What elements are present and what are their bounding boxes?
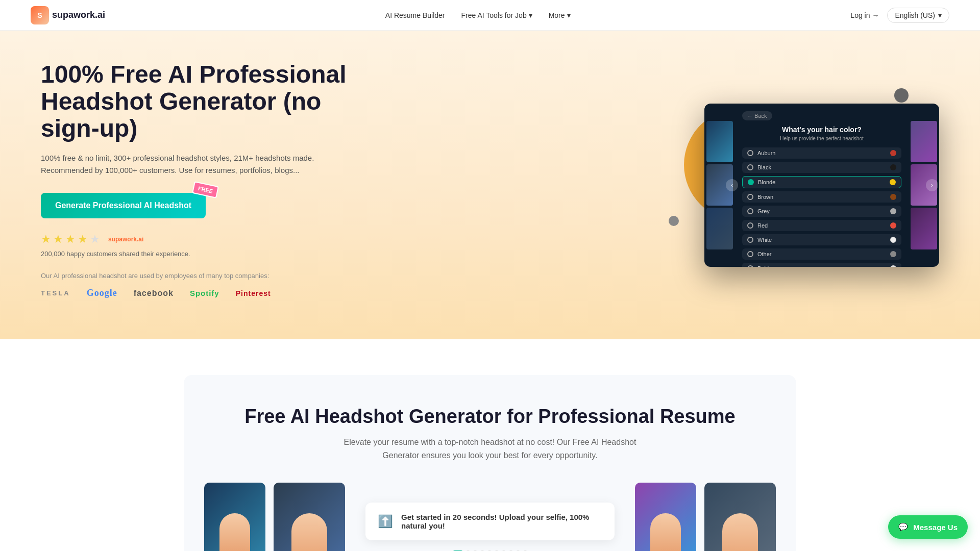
get-started-row: ⬆️ Get started in 20 seconds! Upload you…	[365, 503, 615, 540]
color-auburn	[890, 150, 896, 156]
section2-content: ⬆️ Get started in 20 seconds! Upload you…	[204, 483, 776, 551]
ui-preview-card: ← Back What's your hair color? Help us p…	[704, 104, 939, 267]
headshot-card-1	[204, 483, 265, 551]
chevron-down-icon: ▾	[529, 11, 532, 19]
gray-dot-top	[894, 88, 909, 103]
hair-question: What's your hair color?	[742, 126, 901, 134]
whatsapp-button[interactable]: 💬 Message Us	[888, 515, 968, 539]
thumb-1	[706, 121, 733, 162]
upload-icon: ⬆️	[378, 514, 393, 529]
hero-section: 100% Free AI Professional Headshot Gener…	[0, 31, 980, 339]
hero-left: 100% Free AI Professional Headshot Gener…	[41, 61, 357, 298]
hair-option-red[interactable]: Red	[742, 220, 901, 231]
headshot-card-2	[274, 483, 345, 551]
nav-links: AI Resume Builder Free AI Tools for Job …	[385, 11, 571, 19]
thumb-3	[706, 208, 733, 249]
headshot-gallery-right: FREE	[635, 483, 776, 551]
logo-text: supawork.ai	[52, 10, 105, 20]
generate-headshot-button[interactable]: Generate Professional AI Headshot	[41, 193, 206, 218]
section2-title: Free AI Headshot Generator for Professio…	[204, 406, 776, 428]
google-logo: Google	[87, 288, 117, 298]
nav-ai-resume[interactable]: AI Resume Builder	[385, 11, 445, 19]
star-5: ★	[90, 233, 100, 246]
hair-option-blonde[interactable]: Blonde	[742, 176, 901, 188]
chevron-down-icon-3: ▾	[938, 11, 942, 19]
navbar: S supawork.ai AI Resume Builder Free AI …	[0, 0, 980, 31]
nav-more[interactable]: More ▾	[549, 11, 571, 19]
logo[interactable]: S supawork.ai	[31, 6, 105, 24]
ui-main-content: ← Back What's your hair color? Help us p…	[737, 104, 906, 267]
hair-subtitle: Help us provide the perfect headshot	[742, 136, 901, 141]
gray-dot-bottom	[669, 216, 679, 226]
star-rating: ★ ★ ★ ★ ★ supawork.ai	[41, 233, 357, 246]
facebook-logo: facebook	[134, 289, 174, 298]
star-3: ★	[65, 233, 76, 246]
pinterest-logo: Pinterest	[236, 289, 271, 297]
star-2: ★	[53, 233, 63, 246]
login-button[interactable]: Log in →	[850, 11, 879, 19]
hero-title: 100% Free AI Professional Headshot Gener…	[41, 61, 357, 142]
next-arrow[interactable]: ›	[926, 179, 938, 191]
nav-right: Log in → English (US) ▾	[850, 8, 949, 23]
tesla-logo: TESLA	[41, 289, 70, 297]
logo-icon: S	[31, 6, 49, 24]
supawork-small-logo: supawork.ai	[108, 236, 143, 243]
thumb-r3	[911, 208, 937, 249]
hero-description: 100% free & no limit, 300+ professional …	[41, 152, 357, 177]
whatsapp-icon: 💬	[898, 522, 908, 532]
radio-auburn	[747, 150, 753, 156]
section2: Free AI Headshot Generator for Professio…	[0, 339, 980, 551]
hair-option-bald[interactable]: Bald	[742, 263, 901, 267]
headshot-gallery-left	[204, 483, 345, 551]
nav-free-tools[interactable]: Free AI Tools for Job ▾	[461, 11, 532, 19]
thumb-r1	[911, 121, 937, 162]
section2-center: ⬆️ Get started in 20 seconds! Upload you…	[365, 503, 615, 551]
hair-options: Auburn Black Blonde	[742, 147, 901, 267]
hair-option-brown[interactable]: Brown	[742, 191, 901, 203]
section2-inner: Free AI Headshot Generator for Professio…	[184, 375, 796, 551]
spotify-logo: Spotify	[190, 289, 219, 297]
hair-option-black[interactable]: Black	[742, 162, 901, 173]
company-logos: TESLA Google facebook Spotify Pinterest	[41, 288, 357, 298]
hair-option-auburn[interactable]: Auburn	[742, 147, 901, 159]
headshot-card-3	[635, 483, 696, 551]
prev-arrow[interactable]: ‹	[726, 179, 738, 191]
cta-wrapper: Generate Professional AI Headshot FREE	[41, 193, 206, 218]
chevron-down-icon-2: ▾	[567, 11, 571, 19]
get-started-text: Get started in 20 seconds! Upload your s…	[401, 513, 602, 530]
hair-option-grey[interactable]: Grey	[742, 206, 901, 217]
happy-customers-text: 200,000 happy customers shared their exp…	[41, 250, 357, 258]
hair-option-white[interactable]: White	[742, 234, 901, 245]
back-button[interactable]: ← Back	[742, 111, 772, 120]
hair-option-other[interactable]: Other	[742, 248, 901, 260]
star-4: ★	[78, 233, 88, 246]
used-by-text: Our AI professional headshot are used by…	[41, 272, 357, 280]
star-1: ★	[41, 233, 51, 246]
headshot-card-4: FREE	[704, 483, 776, 551]
section2-description: Elevate your resume with a top-notch hea…	[332, 436, 648, 462]
hero-right: ← Back What's your hair color? Help us p…	[684, 93, 939, 267]
language-selector[interactable]: English (US) ▾	[887, 8, 949, 23]
